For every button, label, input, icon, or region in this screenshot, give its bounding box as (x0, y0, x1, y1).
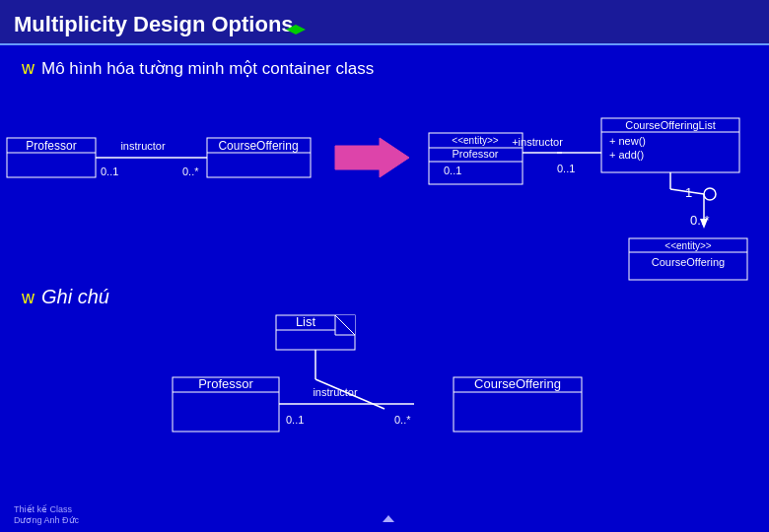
co-entity-label: CourseOffering (652, 256, 725, 268)
ghi-chu-bullet: w (21, 288, 35, 307)
bottom-list-label: List (296, 314, 316, 329)
top-mult-right: 0..* (182, 166, 199, 177)
bottom-mult-left: 0..1 (286, 414, 304, 426)
footer-line1: Thiết kế Class (14, 504, 73, 514)
subtitle-text: Mô hình hóa tường minh một container cla… (41, 59, 374, 78)
entity-stereotype: <<entity>> (452, 135, 498, 146)
entity-professor-label: Professor (452, 148, 498, 160)
top-professor-label: Professor (26, 139, 76, 153)
courseofferinglist-label: CourseOfferingList (625, 119, 716, 131)
top-mult-left: 0..1 (101, 166, 118, 177)
bottom-mult-right: 0..* (394, 414, 411, 426)
assoc2-mult: 0..1 (557, 163, 575, 174)
bottom-courseoffering-label: CourseOffering (474, 376, 561, 391)
col-method1: + new() (609, 135, 646, 147)
footer-line2: Dương Anh Đức (14, 515, 80, 525)
bottom-professor-label: Professor (198, 376, 253, 391)
ghi-chu-text: Ghi chú (41, 286, 109, 307)
entity-mult-left: 0..1 (444, 165, 461, 176)
subtitle-bullet: w (21, 58, 35, 78)
page-title: Multiplicity Design Options (14, 12, 294, 36)
bottom-assoc-label: instructor (313, 386, 358, 398)
top-assoc-label: instructor (120, 140, 166, 152)
col-method2: + add() (609, 149, 644, 161)
top-courseoffering-label: CourseOffering (218, 139, 298, 153)
co-entity-stereotype: <<entity>> (664, 240, 711, 251)
assoc2-label: +instructor (512, 136, 563, 148)
